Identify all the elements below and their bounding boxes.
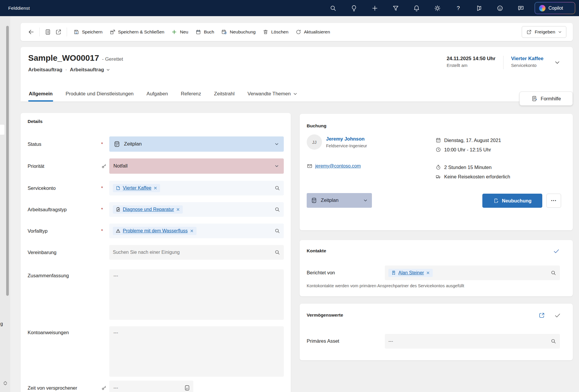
account-instructions-textarea[interactable]: --- [109, 326, 284, 377]
work-order-type-tag[interactable]: Diagnose und Reparatur [113, 205, 183, 214]
chevron-down-icon [363, 198, 368, 203]
feedback-smiley-icon[interactable] [496, 5, 504, 12]
lookup-search-icon[interactable] [274, 185, 280, 191]
work-order-type-label: Arbeitsauftragstyp [28, 207, 101, 212]
dynamics365-icon[interactable] [476, 5, 483, 12]
header-expand-chevron[interactable] [554, 59, 560, 66]
summary-label: Zusammenfassung [28, 269, 101, 278]
required-marker: * [101, 229, 103, 234]
service-account-lookup[interactable]: Vierter Kaffee [109, 181, 284, 195]
more-commands-button[interactable]: ··· [546, 194, 561, 208]
quick-create-plus-icon[interactable] [371, 5, 378, 12]
remove-tag-icon[interactable] [153, 186, 157, 190]
section-check-icon[interactable] [554, 312, 561, 319]
back-button[interactable] [26, 26, 36, 38]
pane-collapse-icon[interactable] [2, 380, 9, 386]
filter-icon[interactable] [392, 5, 399, 12]
contacts-helper-text: Kontokontakte werden vom primären Anspre… [307, 283, 464, 288]
book-button[interactable]: Buch [192, 26, 218, 38]
locked-key-icon [101, 163, 109, 169]
date-picker-icon[interactable] [184, 385, 190, 391]
rebook-primary-button[interactable]: Neubuchung [482, 194, 542, 208]
delete-button[interactable]: Löschen [259, 26, 292, 38]
rail-scrollbar-thumb[interactable] [6, 26, 9, 296]
help-question-icon[interactable]: ? [455, 5, 462, 12]
settings-gear-icon[interactable] [434, 5, 441, 12]
rebook-button[interactable]: Neubuchung [218, 26, 259, 38]
copilot-button[interactable]: Copilot [535, 2, 575, 14]
rebook-icon [493, 198, 499, 204]
separator [39, 28, 40, 36]
engineer-email-link[interactable]: jeremy@contoso.com [315, 163, 361, 169]
separator [67, 28, 67, 36]
status-dropdown[interactable]: Zeitplan [109, 136, 284, 152]
incident-type-tag[interactable]: Probleme mit dem Wasserfluss [113, 227, 197, 235]
booking-status-dropdown[interactable]: Zeitplan [307, 193, 372, 208]
contacts-title: Kontakte [307, 248, 326, 254]
tab-allgemein[interactable]: Allgemein [28, 91, 53, 102]
refresh-button[interactable]: Aktualisieren [292, 26, 334, 38]
primary-asset-lookup[interactable]: --- [385, 334, 560, 349]
remove-tag-icon[interactable] [176, 207, 180, 212]
agreement-input[interactable] [113, 245, 272, 260]
service-account-link[interactable]: Vierter Kaffee [511, 56, 543, 62]
agreement-lookup[interactable] [109, 245, 284, 260]
time-promised-field[interactable]: --- [109, 381, 193, 392]
clock-icon [435, 147, 441, 153]
record-header: Sample_WO00017 - Gerettet Arbeitsauftrag… [21, 47, 573, 102]
details-section: Details Status * Zeitplan Priorität Notf… [21, 113, 291, 392]
search-icon[interactable] [330, 5, 337, 12]
remove-tag-icon[interactable] [426, 271, 430, 275]
reported-by-tag[interactable]: Alan Steiner [388, 269, 433, 277]
lookup-search-icon[interactable] [274, 207, 280, 212]
tab-produkte-und-dienstleistungen[interactable]: Produkte und Dienstleistungen [65, 91, 134, 102]
booking-time: 10:00 Uhr - 12:15 Uhr [444, 147, 491, 153]
tab-zeitstrahl[interactable]: Zeitstrahl [214, 91, 235, 102]
delete-trash-icon [263, 29, 268, 35]
expand-section-icon[interactable] [538, 312, 545, 319]
reported-by-lookup[interactable]: Alan Steiner [385, 266, 560, 280]
section-check-icon[interactable] [553, 248, 560, 255]
remove-tag-icon[interactable] [190, 229, 194, 233]
priority-dropdown[interactable]: Notfall [109, 158, 284, 174]
app-title: Felddienst [8, 0, 30, 16]
booking-date: Dienstag, 17. August 2021 [444, 138, 501, 143]
engineer-name-link[interactable]: Jeremy Johnson [326, 136, 365, 142]
record-title: Sample_WO00017 [28, 53, 99, 63]
lookup-search-icon[interactable] [274, 249, 280, 255]
form-switcher-button[interactable] [43, 26, 53, 38]
priority-label: Priorität [28, 163, 101, 169]
warning-triangle-icon [115, 228, 121, 234]
chevron-down-icon [274, 142, 279, 146]
work-order-type-lookup[interactable]: Diagnose und Reparatur [109, 202, 284, 217]
incident-type-lookup[interactable]: Probleme mit dem Wasserfluss [109, 224, 284, 238]
form-tabs: Allgemein Produkte und Dienstleistungen … [28, 91, 298, 102]
booking-duration: 2 Stunden 15 Minuten [444, 165, 491, 170]
service-account-tag[interactable]: Vierter Kaffee [113, 184, 160, 192]
summary-textarea[interactable]: --- [109, 269, 284, 320]
tab-verwandte-themen[interactable]: Verwandte Themen [247, 91, 298, 102]
chevron-down-icon [274, 164, 279, 168]
new-button[interactable]: Neu [168, 26, 192, 38]
lookup-search-icon[interactable] [274, 228, 280, 234]
chevron-down-icon [293, 92, 298, 96]
engineer-role: Feldservice-Ingenieur [326, 143, 367, 148]
share-button[interactable]: Freigeben [522, 26, 566, 38]
refresh-icon [296, 29, 301, 35]
save-button[interactable]: Speichern [70, 26, 106, 38]
save-and-close-button[interactable]: Speichern & Schließen [106, 26, 168, 38]
open-in-new-window-button[interactable] [53, 26, 64, 38]
agreement-label: Vereinbarung [28, 250, 101, 255]
lookup-search-icon[interactable] [551, 270, 556, 276]
form-help-button[interactable]: Formhilfe [519, 92, 573, 106]
lookup-search-icon[interactable] [551, 338, 556, 344]
notifications-bell-icon[interactable] [413, 5, 420, 12]
tab-referenz[interactable]: Referenz [180, 91, 202, 102]
chevron-down-icon [106, 68, 110, 72]
form-selector[interactable]: Arbeitsauftrag [70, 67, 110, 73]
left-rail: g [0, 16, 10, 392]
chat-feedback-icon[interactable] [517, 5, 524, 12]
save-and-close-icon [110, 29, 115, 35]
tab-aufgaben[interactable]: Aufgaben [146, 91, 169, 102]
lightbulb-icon[interactable] [350, 5, 358, 12]
